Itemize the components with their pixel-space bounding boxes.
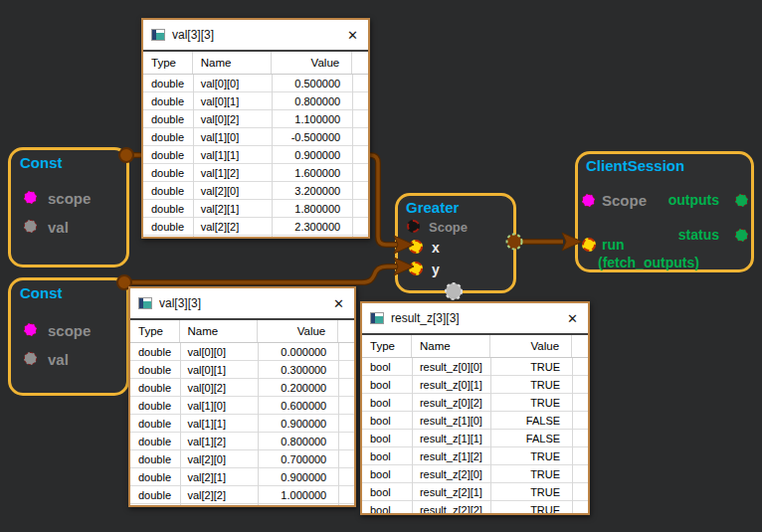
table-header: Type Name Value: [143, 52, 368, 75]
table-row[interactable]: doubleval[0][1]0.800000: [143, 92, 368, 110]
port-y-icon[interactable]: [409, 262, 423, 275]
column-header-value[interactable]: Value: [258, 320, 338, 342]
table-row[interactable]: doubleval[1][0]-0.500000: [143, 128, 368, 146]
cell-value: 1.100000: [272, 110, 352, 127]
cell-value: 0.900000: [258, 415, 338, 432]
node-const-2[interactable]: Const scope val: [8, 277, 129, 396]
port-outputs-icon[interactable]: [735, 194, 748, 207]
close-icon[interactable]: ✕: [347, 29, 358, 42]
cell-pad: [572, 501, 588, 513]
table-row[interactable]: boolresult_z[0][1]TRUE: [362, 376, 588, 394]
table-row[interactable]: doubleval[2][2]2.300000: [143, 218, 368, 236]
cell-name: val[0][0]: [180, 343, 259, 360]
table-row[interactable]: boolresult_z[1][2]TRUE: [362, 447, 588, 465]
port-scope-icon[interactable]: [24, 323, 37, 336]
table-row[interactable]: doubleval[1][1]0.900000: [143, 146, 368, 164]
cell-name: val[1][1]: [193, 146, 272, 163]
table-row[interactable]: boolresult_z[1][1]FALSE: [362, 430, 588, 447]
table-row[interactable]: doubleval[2][0]0.700000: [130, 450, 354, 468]
window-titlebar[interactable]: result_z[3][3] ✕: [362, 303, 588, 335]
cell-type: bool: [362, 501, 412, 513]
port-val-label: val: [48, 351, 69, 368]
cell-type: bool: [362, 412, 412, 429]
cell-pad: [352, 164, 368, 181]
close-icon[interactable]: ✕: [567, 312, 578, 325]
table-row[interactable]: doubleval[1][2]1.600000: [143, 164, 368, 182]
table-row[interactable]: doubleval[2][0]3.200000: [143, 182, 368, 200]
port-scope-icon[interactable]: [24, 191, 37, 204]
table-row[interactable]: doubleval[0][0]0.000000: [130, 343, 354, 361]
window-titlebar[interactable]: val[3][3] ✕: [130, 288, 354, 320]
cell-name: val[1][2]: [180, 433, 259, 449]
column-header-name[interactable]: Name: [412, 335, 490, 357]
table-row[interactable]: boolresult_z[2][0]TRUE: [362, 465, 588, 483]
close-icon[interactable]: ✕: [333, 297, 344, 310]
cell-value: TRUE: [490, 501, 572, 513]
column-header-name[interactable]: Name: [180, 320, 259, 342]
table-row[interactable]: doubleval[0][0]0.500000: [143, 75, 368, 92]
cell-name: result_z[1][2]: [412, 447, 490, 464]
cell-type: double: [130, 379, 180, 396]
cell-value: 0.900000: [272, 146, 352, 163]
table-icon: [138, 297, 152, 309]
cell-pad: [338, 450, 354, 467]
port-run-icon[interactable]: [582, 238, 596, 252]
cell-type: double: [143, 218, 193, 235]
table-row[interactable]: doubleval[0][2]0.200000: [130, 379, 354, 397]
window-titlebar[interactable]: val[3][3] ✕: [143, 20, 368, 52]
cell-value: 0.800000: [272, 92, 352, 109]
cell-name: val[2][2]: [180, 486, 259, 503]
node-client-session[interactable]: ClientSession Scope outputs status run (…: [575, 151, 754, 272]
cell-type: bool: [362, 465, 412, 482]
port-scope-icon[interactable]: [407, 220, 420, 233]
table-row[interactable]: boolresult_z[2][1]TRUE: [362, 483, 588, 501]
cell-type: double: [143, 75, 193, 91]
table-row[interactable]: boolresult_z[0][0]TRUE: [362, 358, 588, 376]
port-status-icon[interactable]: [735, 229, 748, 242]
value-table-window-result-z[interactable]: result_z[3][3] ✕ Type Name Value boolres…: [360, 301, 590, 515]
cell-value: TRUE: [490, 483, 572, 500]
table-row[interactable]: doubleval[2][1]1.800000: [143, 200, 368, 218]
node-title: Const: [20, 284, 63, 301]
table-row[interactable]: doubleval[0][2]1.100000: [143, 110, 368, 128]
value-table-window-val-bottom[interactable]: val[3][3] ✕ Type Name Value doubleval[0]…: [128, 286, 356, 507]
node-greater[interactable]: Greater Scope x y: [395, 193, 516, 293]
column-header-type[interactable]: Type: [362, 335, 412, 357]
cell-type: double: [143, 200, 193, 217]
column-header-value[interactable]: Value: [272, 52, 352, 74]
wire-const2-to-y[interactable]: [124, 266, 398, 282]
cell-name: result_z[0][0]: [412, 358, 490, 375]
port-scope-icon[interactable]: [582, 194, 595, 207]
value-table-window-val-top[interactable]: val[3][3] ✕ Type Name Value doubleval[0]…: [141, 18, 370, 239]
table-row[interactable]: doubleval[2][2]1.000000: [130, 486, 354, 504]
port-outputs-label: outputs: [668, 192, 719, 208]
cell-value: 0.000000: [258, 343, 338, 360]
port-val-icon[interactable]: [24, 352, 37, 365]
table-row[interactable]: doubleval[1][0]0.600000: [130, 397, 354, 415]
cell-type: bool: [362, 376, 412, 393]
table-icon: [370, 312, 384, 324]
table-row[interactable]: doubleval[0][1]0.300000: [130, 361, 354, 379]
node-const-1[interactable]: Const scope val: [8, 147, 129, 267]
cell-pad: [338, 486, 354, 503]
cell-pad: [352, 218, 368, 235]
port-val-icon[interactable]: [24, 220, 37, 233]
table-header: Type Name Value: [130, 320, 354, 343]
table-row[interactable]: doubleval[1][1]0.900000: [130, 415, 354, 433]
column-header-value[interactable]: Value: [490, 335, 572, 357]
column-header-pad: [572, 335, 588, 357]
column-header-type[interactable]: Type: [143, 52, 193, 74]
cell-type: bool: [362, 394, 412, 411]
cell-value: TRUE: [490, 394, 572, 411]
port-x-icon[interactable]: [409, 240, 423, 254]
table-row[interactable]: boolresult_z[2][2]TRUE: [362, 501, 588, 513]
table-row[interactable]: doubleval[1][2]0.800000: [130, 433, 354, 450]
column-header-type[interactable]: Type: [130, 320, 180, 342]
column-header-name[interactable]: Name: [193, 52, 272, 74]
port-status-label: status: [678, 227, 719, 243]
node-title: Const: [20, 154, 63, 171]
cell-name: val[0][1]: [180, 361, 259, 378]
table-row[interactable]: boolresult_z[1][0]FALSE: [362, 412, 588, 430]
table-row[interactable]: doubleval[2][1]0.900000: [130, 468, 354, 486]
table-row[interactable]: boolresult_z[0][2]TRUE: [362, 394, 588, 412]
